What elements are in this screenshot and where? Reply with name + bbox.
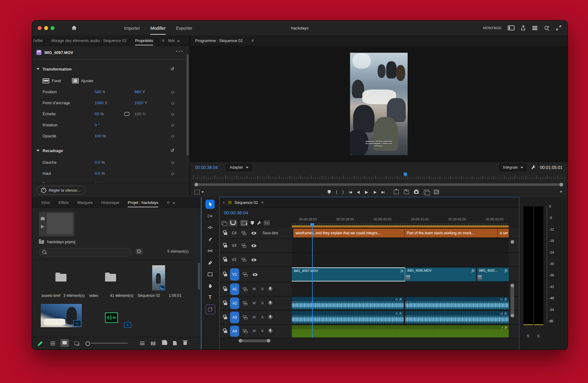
- program-playhead[interactable]: [404, 173, 407, 177]
- set-speed-button[interactable]: Régler la vitesse…: [36, 186, 85, 195]
- nest-insert-icon[interactable]: [221, 221, 226, 225]
- source-target-icon[interactable]: [243, 273, 248, 276]
- audio-meters-panel[interactable]: 0-6-12 -18-24-30 -36-42-48 -54dB S S: [520, 197, 567, 350]
- clip-thumbnail[interactable]: ∿: [41, 304, 82, 327]
- global-fx-mute-button[interactable]: [434, 190, 439, 194]
- export-frame-button[interactable]: [414, 190, 419, 194]
- solo-left-button[interactable]: S: [527, 334, 529, 338]
- audio-lane[interactable]: [292, 282, 509, 296]
- h-scroll-handle[interactable]: [267, 339, 270, 343]
- keyframe-toggle-icon[interactable]: ◇: [171, 123, 174, 127]
- icon-view-button[interactable]: [60, 339, 69, 347]
- new-bin-button[interactable]: [162, 341, 167, 345]
- source-target-icon[interactable]: [242, 258, 247, 262]
- play-button[interactable]: ▶: [365, 190, 368, 194]
- list-view-button[interactable]: [51, 342, 55, 345]
- recadrage-section-header[interactable]: Recadrage ↺: [32, 145, 190, 156]
- video-clip-selected[interactable]: IMG_4097.MOVfx: [292, 267, 405, 282]
- add-button[interactable]: +: [560, 189, 563, 195]
- program-time-ruler[interactable]: [193, 173, 564, 181]
- ai-search-icon[interactable]: [544, 25, 550, 31]
- voiceover-mic-icon[interactable]: [269, 315, 271, 318]
- audio-lane[interactable]: ♪)fx 1 ♪)fx 1: [292, 297, 509, 310]
- program-video-area[interactable]: wireframes, and they explain that we cou…: [190, 46, 567, 162]
- ajuster-button[interactable]: Ajuster: [72, 78, 93, 83]
- timeline-current-timecode[interactable]: 00:00:38:04: [224, 210, 248, 215]
- solo-right-button[interactable]: S: [537, 334, 540, 338]
- track-visibility-eye-icon[interactable]: [251, 244, 256, 247]
- voiceover-mic-icon[interactable]: [269, 329, 271, 332]
- zoom-slider-knob[interactable]: [85, 341, 90, 346]
- subtitle-lane[interactable]: wireframes, and they explain that we cou…: [292, 228, 509, 238]
- mixer-icon[interactable]: [532, 26, 538, 30]
- lock-icon[interactable]: [224, 331, 227, 333]
- selection-tool[interactable]: [205, 200, 215, 209]
- keyframe-toggle-icon[interactable]: ◇: [171, 134, 174, 138]
- writable-pencil-icon[interactable]: [40, 341, 41, 346]
- track-visibility-eye-icon[interactable]: [251, 259, 256, 261]
- panel-menu-icon[interactable]: ≡: [162, 38, 164, 43]
- playback-resolution-select[interactable]: Intégrale: [499, 164, 526, 171]
- audio-clip[interactable]: ♪)fx 1: [292, 297, 404, 310]
- mute-button[interactable]: M: [253, 287, 255, 291]
- audio-clip[interactable]: ♪)fx 2: [292, 311, 404, 324]
- add-marker-button[interactable]: [328, 190, 331, 194]
- transformation-section-header[interactable]: Transformation ↺: [32, 63, 190, 75]
- lock-icon[interactable]: [224, 317, 227, 319]
- lock-icon[interactable]: [224, 303, 227, 305]
- source-target-icon[interactable]: [243, 329, 248, 333]
- keyframe-toggle-icon[interactable]: ◇: [171, 101, 174, 105]
- link-scale-icon[interactable]: [124, 112, 130, 116]
- lock-icon[interactable]: [224, 245, 227, 247]
- ripple-edit-tool[interactable]: [205, 223, 215, 232]
- video-clip[interactable]: IMG_4090.MOVfx: [405, 267, 476, 282]
- safe-margins-button[interactable]: [194, 190, 204, 194]
- mark-out-button[interactable]: }: [342, 190, 344, 194]
- workspace-panel-icon[interactable]: [508, 25, 514, 30]
- timeline-settings-wrench-icon[interactable]: [257, 221, 261, 225]
- home-icon[interactable]: [71, 25, 77, 30]
- program-settings-wrench-icon[interactable]: [531, 165, 536, 170]
- captions-visibility-icon[interactable]: CC: [264, 221, 270, 225]
- linked-selection-toggle[interactable]: [240, 220, 248, 226]
- tab-overflow-icon[interactable]: »: [177, 38, 179, 43]
- maximize-window-button[interactable]: [51, 26, 55, 30]
- source-target-icon[interactable]: [243, 316, 248, 319]
- tab-projet[interactable]: Projet : hackdays: [128, 197, 158, 207]
- mute-button[interactable]: M: [253, 329, 255, 333]
- voiceover-mic-icon[interactable]: [269, 287, 271, 290]
- pen-tool[interactable]: [205, 258, 215, 267]
- audio-clip[interactable]: ♪)fx 2: [405, 311, 509, 324]
- track-target-badge[interactable]: A1: [230, 283, 239, 295]
- razor-tool[interactable]: [205, 235, 215, 244]
- video-lane[interactable]: IMG_4097.MOVfx IMG_4090.MOVfx IMG_4092…f…: [292, 267, 509, 282]
- tab-audio-mixer[interactable]: Mixage des éléments audio : Séquence 02: [51, 36, 126, 45]
- solo-button[interactable]: S: [261, 301, 263, 305]
- close-window-button[interactable]: [38, 26, 42, 30]
- keyframe-toggle-icon[interactable]: ◇: [171, 90, 174, 94]
- search-in-bin-icon[interactable]: [136, 249, 142, 254]
- crop-left-value[interactable]: 0.0%: [95, 160, 124, 165]
- camera-icon[interactable]: [41, 217, 45, 220]
- reset-crop-icon[interactable]: ↺: [170, 148, 174, 153]
- v-scroll-handle[interactable]: [511, 314, 514, 317]
- voiceover-mic-icon[interactable]: [269, 301, 271, 304]
- clip-options-icon[interactable]: • • •: [176, 49, 183, 53]
- keyframe-toggle-icon[interactable]: ◇: [171, 160, 174, 165]
- sequence-name[interactable]: Séquence 02: [138, 293, 160, 298]
- minimize-window-button[interactable]: [44, 26, 48, 30]
- add-marker-button[interactable]: [251, 221, 254, 225]
- program-scrollbar[interactable]: [194, 183, 563, 186]
- keyframe-toggle-icon[interactable]: ◇: [171, 112, 174, 116]
- panel-menu-icon[interactable]: ≡: [261, 200, 263, 205]
- tab-historique[interactable]: Historique: [101, 197, 119, 207]
- new-item-button[interactable]: [173, 341, 177, 345]
- source-target-icon[interactable]: [242, 244, 247, 247]
- timeline-ruler[interactable]: [292, 223, 509, 226]
- position-y-value[interactable]: 960Y: [134, 90, 145, 94]
- step-back-button[interactable]: ◀|: [357, 190, 360, 194]
- workspace-label[interactable]: MONTAGE: [483, 26, 502, 30]
- solo-button[interactable]: S: [261, 287, 263, 291]
- v-scroll-handle[interactable]: [511, 284, 514, 287]
- track-select-forward-tool[interactable]: [205, 211, 215, 220]
